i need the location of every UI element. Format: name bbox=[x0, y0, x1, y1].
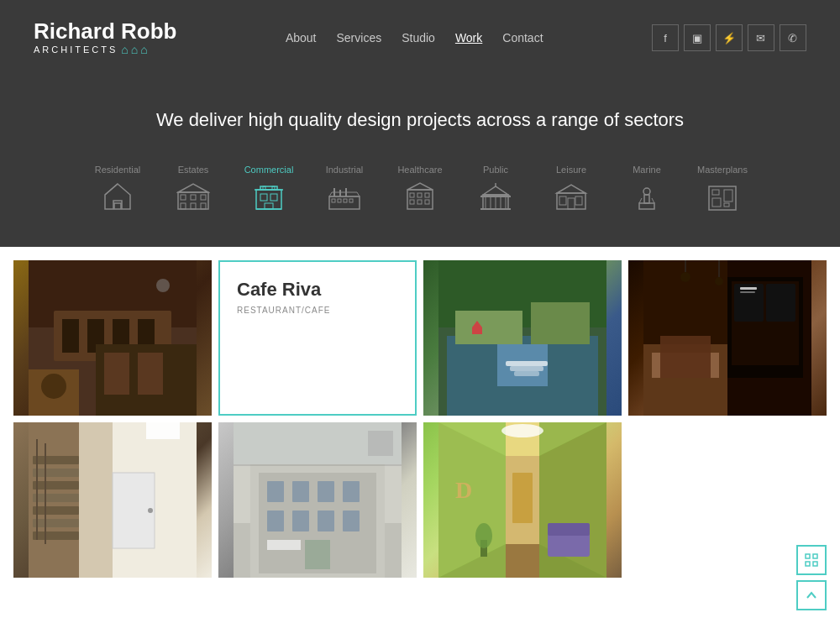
cat-industrial-label: Industrial bbox=[326, 165, 364, 175]
cat-healthcare-label: Healthcare bbox=[397, 165, 442, 175]
svg-rect-5 bbox=[191, 195, 196, 200]
project-title-cafe-riva: Cafe Riva bbox=[237, 279, 321, 301]
svg-rect-123 bbox=[292, 481, 309, 502]
svg-rect-50 bbox=[575, 196, 582, 205]
houzz-icon[interactable]: ⚡ bbox=[716, 24, 743, 51]
svg-marker-10 bbox=[178, 184, 208, 192]
svg-point-116 bbox=[148, 508, 153, 513]
project-card-cafe2[interactable] bbox=[628, 260, 827, 416]
cat-marine[interactable]: Marine bbox=[609, 165, 685, 213]
cat-commercial-label: Commercial bbox=[244, 165, 294, 175]
svg-rect-15 bbox=[260, 194, 267, 201]
svg-point-53 bbox=[643, 188, 650, 195]
svg-rect-154 bbox=[813, 562, 817, 566]
svg-rect-128 bbox=[318, 510, 334, 531]
svg-point-149 bbox=[475, 523, 492, 548]
cat-leisure-label: Leisure bbox=[556, 165, 586, 175]
svg-rect-131 bbox=[267, 540, 301, 550]
facebook-icon[interactable]: f bbox=[652, 24, 679, 51]
industrial-icon bbox=[328, 180, 361, 213]
svg-rect-9 bbox=[201, 203, 206, 209]
svg-rect-84 bbox=[514, 371, 539, 376]
grid-icon bbox=[805, 553, 818, 567]
main-nav: About Services Studio Work Contact bbox=[286, 31, 543, 45]
svg-rect-32 bbox=[425, 193, 429, 197]
cat-commercial[interactable]: Commercial bbox=[231, 165, 307, 213]
svg-rect-7 bbox=[181, 203, 186, 209]
svg-rect-60 bbox=[712, 198, 721, 207]
logo[interactable]: Richard Robb ARCHITECTS ⌂⌂⌂ bbox=[34, 19, 176, 57]
svg-rect-107 bbox=[33, 469, 79, 477]
cat-industrial[interactable]: Industrial bbox=[307, 165, 382, 213]
cat-public[interactable]: Public bbox=[458, 165, 533, 213]
svg-rect-125 bbox=[343, 481, 360, 502]
email-icon[interactable]: ✉ bbox=[748, 24, 774, 51]
svg-marker-52 bbox=[557, 185, 585, 193]
svg-rect-55 bbox=[639, 203, 654, 209]
cat-estates-label: Estates bbox=[178, 165, 209, 175]
cat-leisure[interactable]: Leisure bbox=[533, 165, 609, 213]
nav-about[interactable]: About bbox=[286, 31, 317, 45]
svg-rect-34 bbox=[417, 200, 422, 204]
residential-icon bbox=[101, 180, 134, 213]
hero-section: We deliver high quality design projects … bbox=[0, 76, 840, 247]
project-card-stairs[interactable] bbox=[13, 422, 212, 578]
project-card-cafe1[interactable] bbox=[13, 260, 212, 416]
svg-rect-22 bbox=[338, 199, 341, 202]
svg-rect-16 bbox=[270, 194, 277, 201]
nav-services[interactable]: Services bbox=[336, 31, 381, 45]
nav-studio[interactable]: Studio bbox=[402, 31, 435, 45]
cat-masterplans[interactable]: Masterplans bbox=[685, 165, 760, 213]
svg-rect-33 bbox=[410, 200, 414, 204]
grid-view-button[interactable] bbox=[796, 545, 827, 575]
svg-point-75 bbox=[156, 279, 170, 292]
project-subtitle-cafe-riva: RESTAURANT/CAFE bbox=[237, 306, 331, 315]
svg-rect-49 bbox=[559, 196, 566, 205]
svg-rect-31 bbox=[417, 193, 422, 197]
svg-point-99 bbox=[680, 272, 690, 282]
svg-rect-124 bbox=[318, 481, 334, 502]
masterplans-icon bbox=[706, 180, 739, 213]
svg-rect-117 bbox=[146, 422, 180, 439]
svg-rect-21 bbox=[332, 199, 335, 202]
svg-rect-127 bbox=[292, 510, 309, 531]
floating-buttons bbox=[796, 545, 827, 610]
scroll-top-button[interactable] bbox=[796, 580, 827, 610]
social-links: f ▣ ⚡ ✉ ✆ bbox=[652, 24, 806, 51]
nav-contact[interactable]: Contact bbox=[502, 31, 543, 45]
project-card-building[interactable] bbox=[218, 422, 417, 578]
logo-subtitle: ARCHITECTS ⌂⌂⌂ bbox=[34, 43, 176, 56]
phone-icon[interactable]: ✆ bbox=[780, 24, 806, 51]
svg-line-1 bbox=[105, 184, 118, 195]
svg-rect-108 bbox=[33, 481, 79, 490]
svg-rect-6 bbox=[201, 195, 206, 200]
project-card-marina[interactable] bbox=[423, 260, 622, 416]
cat-healthcare[interactable]: Healthcare bbox=[382, 165, 458, 213]
svg-rect-73 bbox=[104, 353, 129, 395]
svg-rect-48 bbox=[557, 193, 585, 209]
svg-rect-17 bbox=[265, 203, 273, 209]
cat-masterplans-label: Masterplans bbox=[697, 165, 748, 175]
svg-rect-92 bbox=[660, 336, 711, 378]
project-card-cafe-riva[interactable]: Cafe Riva RESTAURANT/CAFE bbox=[218, 260, 417, 416]
chevron-up-icon bbox=[806, 591, 817, 599]
instagram-icon[interactable]: ▣ bbox=[684, 24, 711, 51]
marine-icon bbox=[630, 180, 664, 213]
cat-residential[interactable]: Residential bbox=[80, 165, 155, 213]
svg-rect-98 bbox=[740, 291, 755, 293]
svg-rect-147 bbox=[548, 523, 590, 536]
svg-line-56 bbox=[639, 198, 642, 203]
cafe2-image bbox=[628, 260, 827, 416]
svg-rect-51 bbox=[568, 198, 575, 209]
commercial-icon bbox=[252, 180, 286, 213]
svg-rect-74 bbox=[138, 353, 163, 395]
svg-marker-46 bbox=[483, 186, 508, 195]
svg-point-101 bbox=[715, 277, 723, 285]
project-card-hallway[interactable]: D bbox=[423, 422, 622, 578]
nav-work[interactable]: Work bbox=[455, 31, 482, 45]
svg-rect-126 bbox=[267, 510, 284, 531]
site-header: Richard Robb ARCHITECTS ⌂⌂⌂ About Servic… bbox=[0, 0, 840, 76]
svg-rect-122 bbox=[267, 481, 284, 502]
svg-rect-144 bbox=[512, 473, 533, 523]
cat-estates[interactable]: Estates bbox=[155, 165, 231, 213]
